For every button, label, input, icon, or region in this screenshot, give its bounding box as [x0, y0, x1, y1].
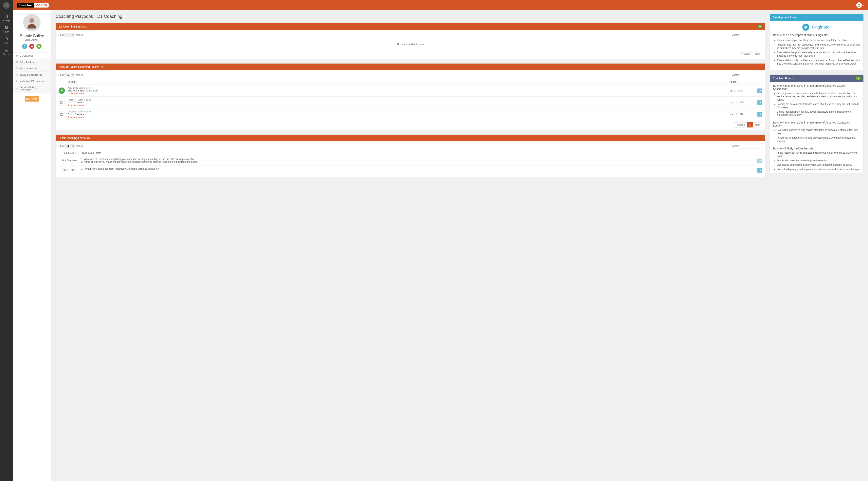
account-date: Mar 11, 2020	[730, 101, 757, 104]
svg-point-16	[17, 55, 17, 56]
add-session-button[interactable]: +	[757, 25, 763, 29]
sessions-search-input[interactable]	[740, 33, 763, 37]
palette-icon	[802, 24, 809, 31]
sort-icon: ⇅	[75, 152, 76, 154]
account-name: Dodd Camera	[68, 101, 730, 104]
company-logo-icon	[59, 99, 65, 106]
tab-1-1-coaching[interactable]: 1:1 Coaching	[13, 53, 51, 59]
account-name: The Wellington at Dayton	[68, 89, 730, 92]
brand: SalesFuel COACH	[17, 3, 49, 7]
svg-point-3	[7, 5, 8, 6]
sessions-next[interactable]: Next	[753, 51, 763, 56]
coachpoints-title: Coaching Points	[773, 77, 793, 80]
profile-name: Bonnie Bailey	[20, 34, 44, 38]
svg-point-11	[29, 18, 34, 23]
devstyle-card: Development Style Originator Bonnie has …	[770, 14, 864, 70]
view-button[interactable]	[757, 112, 763, 117]
coachpoint-list: Providing owner's documents, manuals, ba…	[773, 92, 860, 117]
tab-sales-tendencies[interactable]: Sales Tendencies	[13, 59, 51, 65]
accounts-card: Account-Based Coaching Follow-Up Show5en…	[56, 63, 765, 130]
svg-point-6	[5, 27, 6, 28]
user-menu[interactable]: ▾	[856, 2, 864, 8]
accounts-title: Account-Based Coaching Follow-Up	[59, 65, 103, 68]
svg-point-27	[760, 114, 760, 114]
svg-point-15	[16, 55, 18, 57]
profile-action-chat[interactable]	[36, 44, 41, 49]
quick-show-select[interactable]: 3	[65, 144, 75, 148]
svg-rect-25	[60, 113, 63, 115]
tab-behavioral-tendencies[interactable]: Behavioral Tendencies	[13, 72, 51, 78]
view-button[interactable]	[757, 168, 763, 173]
svg-point-13	[25, 46, 25, 46]
accounts-page-1[interactable]: 1	[747, 122, 753, 127]
nav-coach[interactable]: Coach	[0, 24, 13, 35]
quick-topics: Is your team asking for client feedback?…	[80, 168, 757, 170]
edit-profile-button[interactable]: Edit Profile	[25, 96, 39, 101]
svg-rect-8	[5, 38, 8, 40]
account-link[interactable]: doddcamera.com	[68, 116, 730, 118]
accounts-show-select[interactable]: 5	[65, 73, 75, 78]
brand-sales: Sales	[19, 4, 26, 7]
coachpoints-card: Coaching Points + Bonnie wants to improv…	[770, 74, 864, 173]
profile-photo	[23, 14, 40, 31]
view-button[interactable]	[757, 100, 763, 105]
coachpoint-list: Public recognition for difficult accompl…	[773, 151, 860, 171]
view-button[interactable]	[757, 88, 763, 93]
quick-row: Not CompleteWhat was the most interestin…	[59, 156, 763, 166]
add-coachpoint-button[interactable]: +	[856, 77, 861, 80]
nav-hire[interactable]: Hire	[0, 35, 13, 46]
devstyle-list: They see and appreciate their current ro…	[770, 39, 863, 70]
quick-search-input[interactable]	[740, 144, 763, 148]
profile-role: Sales Engineer	[25, 39, 39, 41]
quick-title: QuickCoaching Follow-Up	[59, 137, 91, 140]
coachpoint-lead: Bonnie wants to improve in these areas o…	[773, 121, 860, 127]
svg-point-10	[859, 4, 860, 5]
svg-point-21	[760, 90, 760, 91]
grow-icon	[59, 88, 65, 94]
sessions-prev[interactable]: Previous	[739, 51, 753, 56]
accounts-col-added[interactable]: Added	[730, 81, 737, 83]
accounts-search-input[interactable]	[740, 73, 763, 78]
company-logo-icon	[59, 111, 65, 118]
profile-action-favorite[interactable]	[29, 44, 34, 49]
profile-action-info[interactable]	[22, 44, 27, 49]
account-label: Account I'd Like to Grow	[68, 87, 730, 89]
sessions-empty: No data available in table	[59, 39, 763, 49]
svg-point-29	[760, 170, 760, 171]
coachpoint-lead: Bonnie will likely perform best with:	[773, 147, 860, 150]
account-link[interactable]: doddcamera.com	[68, 104, 730, 106]
profile-sidebar: Bonnie Bailey Sales Engineer 1:1 Coachin…	[13, 10, 51, 481]
nav-manage[interactable]: Manage	[0, 12, 13, 24]
sort-icon: ⇅	[737, 81, 739, 83]
account-row: Prospect I Want to LandDodd Cameradoddca…	[59, 109, 763, 120]
devstyle-title: Development Style	[773, 16, 796, 19]
sessions-title: 1:1 Coaching Sessions	[59, 25, 87, 28]
svg-point-7	[6, 27, 7, 28]
quick-col-topics[interactable]: Discussion Topics	[80, 152, 763, 154]
account-row: Prospect I Want to LandDodd Cameradoddca…	[59, 97, 763, 109]
nav-coach-label: Coach	[4, 31, 9, 33]
view-button[interactable]	[757, 158, 763, 163]
accounts-prev[interactable]: Previous	[733, 122, 747, 127]
coachpoint-section: Bonnie will likely perform best with:Pub…	[770, 145, 863, 173]
devstyle-name: Originator	[812, 25, 831, 30]
quick-topics: What was the most interesting thing you …	[80, 158, 757, 163]
coachpoint-lead: Bonnie wants to improve in these areas o…	[773, 84, 860, 90]
account-link[interactable]: capitalsenior.com	[68, 92, 730, 94]
quick-completed: Not Complete	[59, 158, 80, 162]
nav-report[interactable]: Report	[0, 46, 13, 57]
chevron-down-icon: ▾	[863, 4, 864, 6]
accounts-next[interactable]: Next	[753, 122, 763, 127]
quick-completed: Apr 21, 2020	[59, 168, 80, 172]
tab-motivational-tendencies[interactable]: Motivational Tendencies	[13, 78, 51, 84]
coachpoint-section: Bonnie wants to improve in these areas o…	[770, 82, 863, 119]
sessions-show-select[interactable]: 1	[65, 33, 75, 37]
tab-decision-tendencies[interactable]: Decision-Making Tendencies	[13, 84, 51, 93]
quick-col-completed[interactable]: Completed	[63, 152, 74, 154]
accounts-col-account[interactable]: Account	[59, 81, 730, 83]
nav-manage-label: Manage	[3, 20, 10, 22]
svg-point-26	[61, 114, 62, 115]
tab-work-tendencies[interactable]: Work Tendencies	[13, 65, 51, 72]
quick-row: Apr 21, 2020Is your team asking for clie…	[59, 166, 763, 175]
svg-rect-17	[16, 61, 18, 62]
